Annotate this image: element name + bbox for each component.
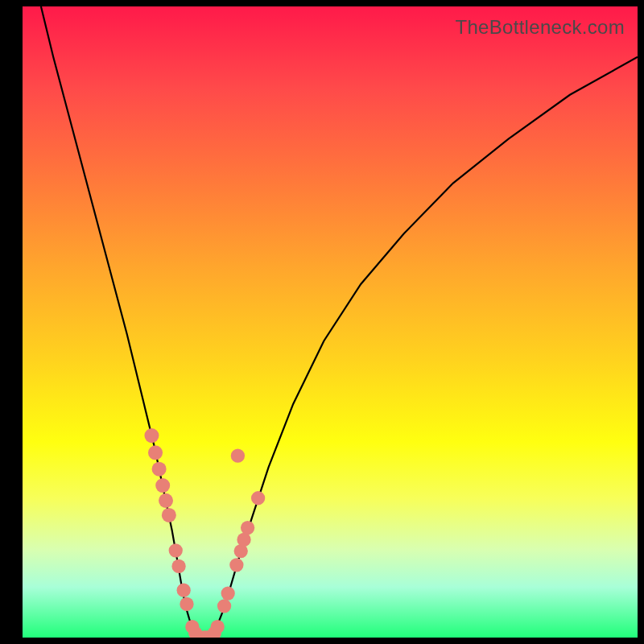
data-point (229, 558, 243, 572)
data-point (171, 559, 185, 573)
data-point (159, 493, 173, 508)
points-group (144, 428, 265, 638)
data-point (162, 508, 176, 522)
data-point (180, 597, 193, 611)
data-point (231, 449, 245, 463)
chart-svg (23, 6, 638, 638)
data-point (241, 521, 254, 535)
data-point (144, 428, 159, 443)
data-point (221, 586, 235, 600)
data-point (148, 445, 163, 460)
curve-group (41, 6, 638, 638)
chart-frame: TheBottleneck.com (23, 6, 638, 638)
curve-left-branch (41, 6, 199, 638)
data-point (169, 543, 183, 557)
curve-right-branch (212, 57, 638, 638)
data-point (152, 462, 167, 477)
data-point (155, 478, 170, 493)
data-point (237, 533, 250, 547)
data-point (211, 620, 225, 634)
data-point (217, 599, 231, 613)
data-point (177, 584, 191, 597)
data-point (251, 491, 265, 505)
